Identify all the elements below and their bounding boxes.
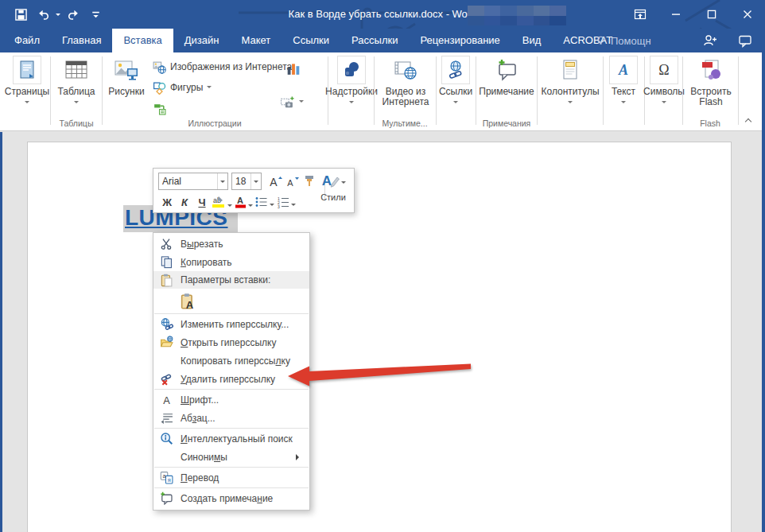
shrink-font-button[interactable]: A [284, 173, 301, 190]
maximize-button[interactable] [693, 0, 729, 29]
assistant-label: Помощн [611, 35, 651, 47]
ribbon-button-table[interactable]: Таблица [52, 56, 100, 106]
ribbon-display-options-button[interactable] [622, 0, 658, 29]
text-icon: A [609, 56, 638, 84]
font-color-button[interactable]: А [234, 195, 254, 209]
minimize-button[interactable] [658, 0, 693, 29]
tab-review[interactable]: Рецензирование [409, 29, 511, 52]
highlight-button[interactable]: ab [211, 195, 234, 209]
ribbon-button-addins[interactable]: Надстройки [329, 56, 374, 106]
ribbon-button-online-video[interactable]: Видео из Интернета [375, 56, 436, 107]
ribbon-button-links[interactable]: Ссылки [437, 56, 474, 106]
svg-text:3: 3 [278, 204, 280, 209]
font-size-caret[interactable] [250, 173, 261, 189]
ribbon-button-shapes[interactable]: Фигуры [153, 78, 212, 97]
bold-button[interactable]: Ж [158, 193, 176, 211]
screenshot-icon [280, 95, 295, 109]
chart-icon [286, 61, 301, 76]
table-icon [62, 56, 91, 84]
tell-me-assistant[interactable]: Помощн [595, 29, 651, 52]
tab-references[interactable]: Ссылки [282, 29, 340, 52]
font-color-caret[interactable] [248, 204, 253, 209]
menu-item-font[interactable]: AШрифт... [153, 390, 309, 409]
screenshot-dropdown-caret [299, 100, 304, 105]
menu-separator [154, 428, 309, 429]
grow-font-button[interactable]: A [266, 173, 284, 190]
ribbon-tab-row: ФайлГлавнаяВставкаДизайнМакетСсылкиРассы… [0, 29, 765, 52]
tab-insert[interactable]: Вставка [112, 29, 173, 52]
menu-item-paragraph[interactable]: Абзац... [153, 409, 309, 427]
menu-icon-spacer [160, 354, 173, 367]
ribbon-button-screenshot[interactable] [280, 92, 304, 111]
numbering-caret[interactable] [291, 204, 296, 208]
svg-text:я: я [168, 476, 171, 483]
tab-home[interactable]: Главная [51, 29, 112, 52]
pages-icon [13, 56, 41, 84]
group-label-flash: Flash [684, 118, 736, 128]
links-dropdown-caret [453, 101, 458, 106]
menu-item-smart-lookup[interactable]: Интеллектуальный поиск [153, 429, 309, 448]
tab-design[interactable]: Дизайн [173, 29, 231, 52]
ribbon-button-pages[interactable]: Страницы [5, 56, 49, 106]
styles-button[interactable]: A Стили [316, 172, 350, 210]
menu-item-synonyms[interactable]: Синонимы [153, 448, 309, 466]
remove-hyperlink-icon [160, 372, 173, 386]
underline-button[interactable]: Ч [193, 193, 211, 211]
tab-layout[interactable]: Макет [230, 29, 282, 52]
copy-icon [160, 255, 173, 269]
ribbon-button-comment[interactable]: Примечание [477, 56, 536, 97]
menu-item-label: Изменить гиперссылку... [181, 319, 289, 330]
menu-item-label: Открыть гиперссылку [181, 337, 276, 348]
numbering-button[interactable]: 123 [276, 196, 297, 208]
menu-item-edit-hyperlink[interactable]: Изменить гиперссылку... [153, 315, 309, 333]
group-label-tables: Таблицы [52, 118, 100, 128]
paragraph-icon [160, 411, 173, 425]
highlight-caret[interactable] [227, 204, 232, 209]
menu-item-remove-hyperlink[interactable]: Удалить гиперссылку [153, 370, 309, 388]
menu-separator [154, 487, 309, 488]
svg-text:A: A [321, 173, 331, 188]
font-size-combobox[interactable]: 18 [231, 173, 262, 190]
collapse-ribbon-button[interactable] [745, 118, 752, 125]
ribbon-button-header-footer[interactable]: Колонтитулы [538, 56, 602, 106]
ribbon-button-pictures[interactable]: Рисунки [103, 56, 150, 97]
paste-options-label: Параметры вставки: [181, 274, 270, 285]
feedback-comment-icon[interactable] [738, 33, 752, 48]
menu-item-new-comment[interactable]: Создать примечание [153, 489, 309, 507]
menu-item-label: Создать примечание [181, 493, 273, 504]
tab-file[interactable]: Файл [3, 29, 51, 52]
italic-button[interactable]: К [176, 193, 193, 211]
document-canvas[interactable] [0, 132, 765, 532]
menu-item-label: Удалить гиперссылку [181, 374, 275, 385]
menu-separator [154, 389, 309, 390]
shapes-dropdown-caret [207, 86, 212, 91]
bullets-button[interactable] [254, 196, 276, 208]
tab-view[interactable]: Вид [511, 29, 553, 52]
tab-mailings[interactable]: Рассылки [340, 29, 409, 52]
svg-text:A: A [287, 178, 293, 188]
document-page[interactable] [27, 142, 732, 532]
ribbon-button-smartart[interactable] [153, 99, 166, 118]
menu-item-copy-hyperlink[interactable]: Копировать гиперссылку [153, 351, 309, 370]
tabrow-right-icons [703, 29, 752, 52]
ribbon-button-symbols[interactable]: Ω Символы [646, 56, 682, 106]
menu-item-paste-keep-text-only[interactable]: A [178, 291, 198, 311]
ribbon-button-text[interactable]: A Текст [604, 56, 643, 106]
font-name-combobox[interactable]: Arial [158, 173, 228, 190]
paste-icon [160, 274, 173, 287]
ribbon-button-embed-flash[interactable]: Встроить Flash [684, 56, 738, 107]
menu-item-copy[interactable]: Копировать [153, 253, 309, 271]
links-icon [441, 56, 470, 84]
window-border-left [0, 132, 2, 532]
ribbon-button-online-pictures[interactable]: Изображения из Интернета [153, 57, 292, 76]
blurred-account-name [468, 6, 566, 25]
ribbon-button-chart[interactable] [286, 59, 301, 78]
menu-item-open-hyperlink[interactable]: Открыть гиперссылку [153, 333, 309, 351]
menu-item-cut[interactable]: Вырезать [153, 235, 309, 253]
bullets-caret[interactable] [270, 204, 274, 208]
font-name-caret[interactable] [217, 173, 227, 189]
close-button[interactable] [729, 0, 765, 29]
menu-item-translate[interactable]: aяПеревод [153, 468, 309, 487]
group-label-media: Мультиме... [375, 118, 434, 128]
share-person-icon[interactable] [703, 33, 717, 48]
